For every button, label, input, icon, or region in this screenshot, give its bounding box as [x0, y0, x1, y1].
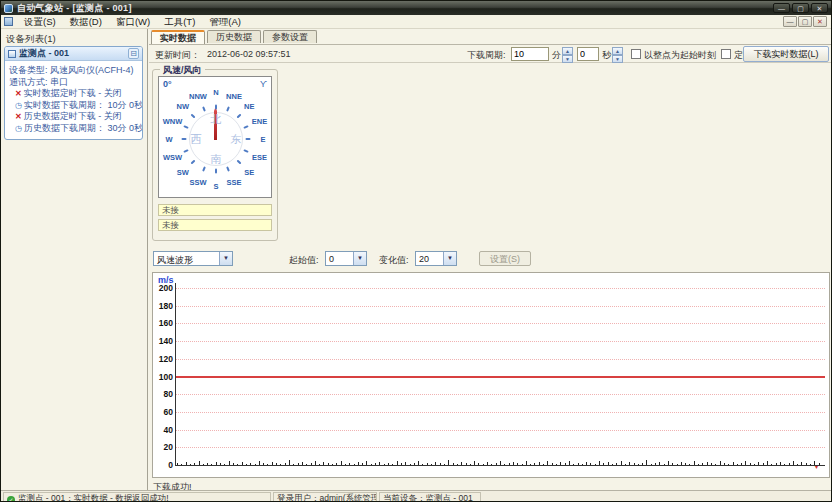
noise-bar — [405, 462, 406, 465]
noise-bar — [379, 462, 380, 465]
compass-tick — [202, 166, 206, 171]
y-tick-label: 140 — [153, 336, 173, 346]
noise-bar — [276, 463, 277, 465]
noise-bar — [715, 464, 716, 465]
compass-direction-label: W — [165, 135, 172, 144]
noise-bar — [401, 463, 402, 465]
device-details: 设备类型: 风速风向仪(ACFH-4)通讯方式: 串口✕实时数据定时下载 - 关… — [5, 61, 142, 139]
noise-bar — [315, 461, 316, 465]
menu-item-0[interactable]: 设置(S) — [17, 15, 63, 29]
noise-bar — [362, 463, 363, 465]
noise-bar — [440, 463, 441, 465]
noise-bar — [371, 464, 372, 465]
device-detail-line: 设备类型: 风速风向仪(ACFH-4) — [9, 65, 139, 77]
compass-tick — [215, 105, 217, 110]
menu-item-1[interactable]: 数据(D) — [63, 15, 109, 29]
noise-bar — [323, 462, 324, 465]
menu-item-3[interactable]: 工具(T) — [157, 15, 202, 29]
menu-item-2[interactable]: 窗口(W) — [109, 15, 157, 29]
noise-bar — [642, 463, 643, 465]
noise-bar — [341, 461, 342, 465]
noise-bar — [547, 461, 548, 465]
noise-bar — [483, 464, 484, 465]
start-value-select[interactable]: 0 ▼ — [325, 251, 367, 266]
noise-bar — [539, 462, 540, 465]
noise-bar — [659, 462, 660, 465]
minutes-input[interactable] — [511, 47, 549, 61]
child-minimize-button[interactable]: — — [783, 16, 797, 27]
noise-bar — [595, 464, 596, 465]
noise-bar — [616, 463, 617, 465]
noise-bar — [556, 464, 557, 465]
noise-bar — [707, 462, 708, 465]
close-button[interactable]: ✕ — [811, 3, 828, 13]
device-detail-line: ✕实时数据定时下载 - 关闭 — [9, 88, 139, 100]
child-restore-button[interactable]: ▢ — [798, 16, 812, 27]
y-tick-label: 40 — [153, 425, 173, 435]
gridline — [175, 359, 825, 360]
spin-down-icon[interactable]: ▼ — [562, 55, 573, 63]
compass-direction-label: WNW — [163, 117, 183, 126]
noise-bar — [733, 462, 734, 465]
y-tick-label: 200 — [153, 283, 173, 293]
child-close-button[interactable]: ✕ — [813, 16, 827, 27]
spin-up-icon[interactable]: ▲ — [562, 47, 573, 55]
noise-bar — [220, 463, 221, 465]
noise-bar — [233, 463, 234, 465]
noise-bar — [750, 463, 751, 465]
chevron-down-icon[interactable]: ▼ — [353, 252, 366, 265]
download-realtime-button[interactable]: 下载实时数据(L) — [743, 46, 829, 62]
noise-bar — [612, 464, 613, 465]
noise-bar — [789, 463, 790, 465]
tab-parameter-settings[interactable]: 参数设置 — [263, 30, 317, 43]
seconds-unit-label: 秒 — [602, 49, 611, 62]
menu-bar: 设置(S)数据(D)窗口(W)工具(T)管理(A) — ▢ ✕ — [1, 15, 831, 29]
spin-up-icon[interactable]: ▲ — [612, 47, 623, 55]
y-tick-label: 120 — [153, 354, 173, 364]
collapse-icon[interactable]: ⊟ — [128, 48, 139, 59]
noise-bar — [453, 463, 454, 465]
noise-bar — [646, 460, 647, 465]
compass-direction-label: SW — [177, 168, 189, 177]
tab-history-data[interactable]: 历史数据 — [207, 30, 261, 43]
noise-bar — [560, 462, 561, 465]
noise-bar — [466, 463, 467, 465]
spin-down-icon[interactable]: ▼ — [612, 55, 623, 63]
step-value-select[interactable]: 20 ▼ — [415, 251, 457, 266]
noise-bar — [366, 461, 367, 465]
gridline — [175, 306, 825, 307]
noise-bar — [629, 462, 630, 465]
noise-bar — [237, 464, 238, 465]
noise-bar — [702, 463, 703, 465]
noise-bar — [414, 463, 415, 465]
chevron-down-icon[interactable]: ▼ — [219, 252, 232, 265]
step-value-label: 变化值: — [379, 254, 409, 267]
gridline — [175, 430, 825, 431]
waveform-select[interactable]: 风速波形 ▼ — [153, 251, 233, 266]
wind-compass: 0° Ƴ NNNENEENEEESESESSESSSWSWWSWWWNWNWNN… — [158, 76, 272, 198]
wind-vane-icon: Ƴ — [260, 79, 267, 89]
noise-bar — [655, 463, 656, 465]
gridline — [175, 412, 825, 413]
chevron-down-icon[interactable]: ▼ — [443, 252, 456, 265]
wind-direction-degree: 0° — [163, 79, 172, 89]
noise-bar — [293, 464, 294, 465]
device-panel-header[interactable]: 监测点 - 001 ⊟ — [5, 47, 142, 61]
maximize-button[interactable]: ▢ — [792, 3, 809, 13]
hour-align-checkbox[interactable] — [631, 49, 641, 59]
mdi-child-icon — [4, 17, 13, 26]
device-detail-text: 实时数据定时下载 - 关闭 — [24, 88, 122, 98]
seconds-input[interactable] — [577, 47, 599, 61]
minimize-button[interactable]: — — [773, 3, 790, 13]
tab-realtime-data[interactable]: 实时数据 — [151, 30, 205, 44]
compass-tick — [243, 149, 248, 153]
noise-bar — [211, 464, 212, 465]
noise-bar — [681, 462, 682, 465]
timed-download-checkbox[interactable] — [721, 49, 731, 59]
noise-bar — [552, 463, 553, 465]
noise-bar — [487, 462, 488, 465]
apply-settings-button[interactable]: 设置(S) — [479, 251, 531, 266]
menu-item-4[interactable]: 管理(A) — [202, 15, 248, 29]
window-title: 自动气象站 - [监测点 - 001] — [17, 2, 773, 15]
wind-gauge-group: 风速/风向 0° Ƴ NNNENEENEEESESESSESSSWSWWSWWW… — [152, 69, 278, 241]
